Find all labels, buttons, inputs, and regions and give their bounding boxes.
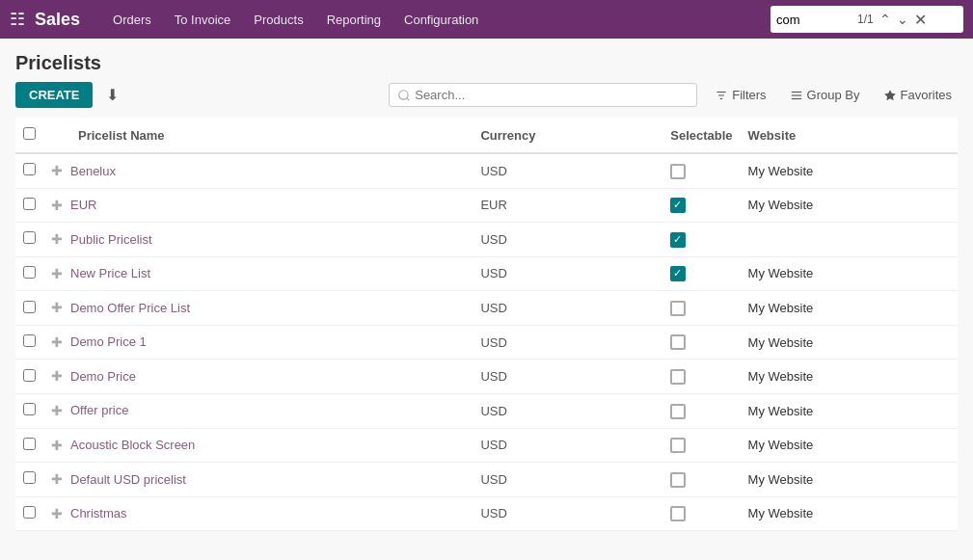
svg-point-0 — [399, 90, 408, 98]
selectable-checkbox[interactable] — [670, 198, 686, 213]
nav-reporting[interactable]: Reporting — [317, 9, 391, 31]
row-website-cell: My Website — [741, 153, 958, 188]
pricelist-name-link[interactable]: New Price List — [70, 266, 150, 280]
drag-handle-icon[interactable]: ✚ — [51, 506, 63, 521]
table-row: ✚ Benelux USD My Website — [15, 153, 958, 188]
pricelist-name-link[interactable]: Benelux — [70, 164, 116, 178]
row-checkbox[interactable] — [23, 163, 36, 175]
drag-handle-icon[interactable]: ✚ — [51, 266, 63, 281]
topbar-search-close-button[interactable]: ✕ — [914, 11, 927, 29]
row-checkbox-cell[interactable] — [15, 256, 43, 291]
create-button[interactable]: CREATE — [15, 82, 93, 108]
selectable-checkbox[interactable] — [670, 334, 686, 350]
favorites-icon — [883, 89, 897, 102]
row-selectable-cell[interactable] — [662, 360, 740, 394]
selectable-checkbox[interactable] — [670, 369, 686, 385]
nav-to-invoice[interactable]: To Invoice — [165, 9, 241, 31]
row-name-cell: ✚ Demo Price 1 — [43, 326, 473, 359]
drag-handle-icon[interactable]: ✚ — [51, 438, 63, 453]
pricelist-name-link[interactable]: Demo Price — [70, 369, 136, 384]
selectable-checkbox[interactable] — [670, 232, 686, 248]
row-checkbox[interactable] — [23, 334, 36, 347]
selectable-checkbox[interactable] — [670, 404, 686, 419]
row-selectable-cell[interactable] — [662, 496, 740, 531]
selectable-checkbox[interactable] — [670, 438, 686, 453]
selectable-checkbox[interactable] — [670, 301, 686, 316]
nav-configuration[interactable]: Configuration — [394, 9, 488, 31]
row-checkbox-cell[interactable] — [15, 153, 43, 188]
filters-button[interactable]: Filters — [709, 84, 771, 106]
row-currency-cell: USD — [473, 360, 662, 394]
row-checkbox[interactable] — [23, 403, 36, 415]
row-checkbox-cell[interactable] — [15, 393, 43, 428]
row-checkbox[interactable] — [23, 231, 36, 244]
row-checkbox-cell[interactable] — [15, 325, 43, 360]
drag-handle-icon[interactable]: ✚ — [51, 231, 63, 247]
row-checkbox[interactable] — [23, 471, 36, 484]
pricelist-name-link[interactable]: Christmas — [70, 506, 127, 520]
table-row: ✚ Acoustic Block Screen USD My Website — [15, 428, 958, 463]
topbar-search-input[interactable] — [776, 13, 853, 27]
row-name-cell: ✚ New Price List — [43, 257, 473, 290]
row-checkbox[interactable] — [23, 198, 36, 210]
drag-handle-icon[interactable]: ✚ — [51, 368, 63, 384]
row-checkbox-cell[interactable] — [15, 428, 43, 463]
row-checkbox[interactable] — [23, 506, 36, 519]
selectable-checkbox[interactable] — [670, 266, 686, 281]
next-result-button[interactable]: ⌄ — [895, 12, 910, 27]
row-checkbox[interactable] — [23, 266, 36, 279]
row-checkbox[interactable] — [23, 438, 36, 450]
row-checkbox-cell[interactable] — [15, 360, 43, 394]
row-checkbox-cell[interactable] — [15, 463, 43, 497]
group-by-button[interactable]: Group By — [784, 84, 866, 106]
pricelist-name-link[interactable]: EUR — [70, 198, 96, 212]
drag-handle-icon[interactable]: ✚ — [51, 198, 63, 213]
row-checkbox-cell[interactable] — [15, 188, 43, 223]
row-selectable-cell[interactable] — [662, 463, 740, 497]
pricelist-name-link[interactable]: Offer price — [70, 403, 128, 417]
page-header: Pricelists — [0, 39, 973, 80]
pricelists-table: Pricelist Name Currency Selectable Websi… — [15, 118, 958, 531]
nav-orders[interactable]: Orders — [103, 9, 161, 31]
drag-handle-icon[interactable]: ✚ — [51, 334, 63, 350]
pricelist-name-link[interactable]: Acoustic Block Screen — [70, 438, 195, 452]
download-button[interactable]: ⬇ — [100, 82, 124, 108]
row-selectable-cell[interactable] — [662, 291, 740, 326]
row-checkbox-cell[interactable] — [15, 496, 43, 531]
row-checkbox-cell[interactable] — [15, 223, 43, 257]
pricelist-name-link[interactable]: Demo Offer Price List — [70, 301, 190, 315]
row-selectable-cell[interactable] — [662, 393, 740, 428]
prev-result-button[interactable]: ⌃ — [878, 12, 893, 27]
drag-handle-icon[interactable]: ✚ — [51, 300, 63, 315]
selectable-checkbox[interactable] — [670, 506, 686, 521]
row-selectable-cell[interactable] — [662, 153, 740, 188]
pricelist-name-link[interactable]: Demo Price 1 — [70, 334, 147, 349]
drag-handle-icon[interactable]: ✚ — [51, 403, 63, 418]
row-website-cell: My Website — [741, 393, 958, 428]
select-all-header[interactable] — [15, 118, 43, 153]
page-title: Pricelists — [15, 52, 101, 74]
row-selectable-cell[interactable] — [662, 188, 740, 223]
top-navigation: ☷ Sales Orders To Invoice Products Repor… — [0, 0, 973, 39]
pricelist-name-link[interactable]: Public Pricelist — [70, 232, 152, 247]
row-selectable-cell[interactable] — [662, 428, 740, 463]
row-selectable-cell[interactable] — [662, 223, 740, 257]
selectable-checkbox[interactable] — [670, 472, 686, 488]
row-selectable-cell[interactable] — [662, 325, 740, 360]
pricelist-name-link[interactable]: Default USD pricelist — [70, 472, 186, 487]
row-checkbox[interactable] — [23, 369, 36, 382]
row-currency-cell: USD — [473, 291, 662, 326]
selectable-checkbox[interactable] — [670, 164, 686, 179]
row-selectable-cell[interactable] — [662, 256, 740, 291]
drag-handle-icon[interactable]: ✚ — [51, 163, 63, 178]
filters-label: Filters — [732, 88, 766, 102]
row-checkbox[interactable] — [23, 301, 36, 313]
select-all-checkbox[interactable] — [23, 127, 36, 140]
drag-handle-icon[interactable]: ✚ — [51, 471, 63, 487]
search-input[interactable] — [415, 88, 689, 102]
row-checkbox-cell[interactable] — [15, 291, 43, 326]
apps-icon[interactable]: ☷ — [10, 9, 25, 30]
table-row: ✚ Public Pricelist USD — [15, 223, 958, 257]
nav-products[interactable]: Products — [244, 9, 312, 31]
favorites-button[interactable]: Favorites — [878, 84, 958, 106]
